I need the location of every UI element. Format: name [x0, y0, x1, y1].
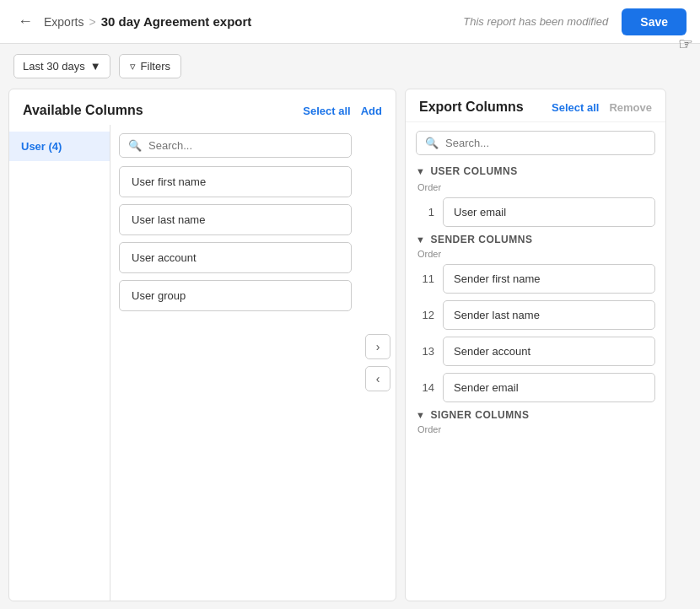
- top-bar: ← Exports > 30 day Agreement export This…: [0, 0, 700, 44]
- order-number-14: 14: [416, 381, 434, 394]
- available-item-user-first-name[interactable]: User first name: [119, 166, 352, 197]
- available-search-box[interactable]: 🔍: [119, 133, 352, 158]
- breadcrumb-separator: >: [89, 15, 95, 29]
- export-row-user-email: 1 User email: [416, 197, 655, 227]
- right-panel-body: 🔍 ▼ USER COLUMNS Order 1 User email ▼ SE…: [406, 122, 665, 601]
- right-panel-header: Export Columns Select all Remove: [406, 89, 665, 122]
- item-label: User email: [454, 206, 506, 218]
- user-columns-label: USER COLUMNS: [430, 165, 517, 177]
- save-button-wrapper: Save ☞: [622, 8, 687, 35]
- export-columns-panel: Export Columns Select all Remove 🔍 ▼ USE…: [405, 89, 666, 601]
- signer-columns-section-header[interactable]: ▼ SIGNER COLUMNS: [416, 409, 655, 421]
- available-item-user-account[interactable]: User account: [119, 242, 352, 273]
- item-label: User account: [132, 251, 197, 264]
- export-item-sender-last-name[interactable]: Sender last name: [443, 300, 655, 330]
- export-row-sender-first-name: 11 Sender first name: [416, 264, 655, 294]
- date-range-select[interactable]: Last 30 days ▼: [13, 54, 110, 78]
- item-label: Sender first name: [454, 272, 541, 285]
- item-label: User last name: [132, 213, 205, 226]
- export-search-box[interactable]: 🔍: [416, 131, 655, 155]
- signer-order-label: Order: [416, 424, 655, 434]
- remove-button[interactable]: Remove: [609, 101, 652, 114]
- modified-text: This report has been modified: [463, 15, 608, 28]
- order-number-13: 13: [416, 345, 434, 358]
- left-inner: User (4) 🔍 User first name User last nam…: [9, 125, 396, 601]
- available-item-user-group[interactable]: User group: [119, 280, 352, 311]
- available-item-user-last-name[interactable]: User last name: [119, 204, 352, 235]
- add-button[interactable]: Add: [361, 105, 382, 117]
- filter-bar: Last 30 days ▼ ▿ Filters: [0, 44, 700, 89]
- item-label: Sender account: [454, 345, 530, 358]
- sender-columns-label: SENDER COLUMNS: [430, 234, 532, 245]
- export-row-sender-email: 14 Sender email: [416, 373, 655, 402]
- export-search-icon: 🔍: [425, 137, 439, 149]
- order-number-11: 11: [416, 272, 434, 285]
- back-icon: ←: [18, 13, 33, 30]
- top-bar-left: ← Exports > 30 day Agreement export: [13, 10, 251, 34]
- main-content: Available Columns Select all Add User (4…: [0, 89, 700, 609]
- export-search-input[interactable]: [445, 137, 646, 149]
- sender-section-chevron: ▼: [416, 234, 425, 245]
- sender-columns-section-header[interactable]: ▼ SENDER COLUMNS: [416, 234, 655, 245]
- filters-label: Filters: [141, 60, 170, 73]
- user-columns-section-header[interactable]: ▼ USER COLUMNS: [416, 165, 655, 177]
- user-section-chevron: ▼: [416, 166, 425, 176]
- item-label: User group: [132, 289, 186, 302]
- date-range-label: Last 30 days: [23, 60, 85, 73]
- export-row-sender-last-name: 12 Sender last name: [416, 300, 655, 330]
- item-label: User first name: [132, 175, 206, 188]
- signer-columns-label: SIGNER COLUMNS: [430, 409, 529, 421]
- order-number-1: 1: [416, 206, 434, 218]
- search-icon: 🔍: [128, 139, 142, 152]
- available-search-input[interactable]: [148, 139, 342, 152]
- export-select-all-button[interactable]: Select all: [552, 101, 599, 114]
- save-button[interactable]: Save: [622, 8, 687, 35]
- top-bar-right: This report has been modified Save ☞: [463, 8, 687, 35]
- chevron-down-icon: ▼: [90, 60, 101, 73]
- filters-button[interactable]: ▿ Filters: [119, 54, 181, 78]
- panel-title: Available Columns: [23, 103, 143, 118]
- available-items: 🔍 User first name User last name User ac…: [110, 125, 360, 601]
- breadcrumb-current: 30 day Agreement export: [101, 14, 252, 29]
- panel-actions: Select all Add: [303, 105, 382, 117]
- move-right-button[interactable]: ›: [365, 334, 390, 359]
- category-item-user[interactable]: User (4): [9, 132, 110, 161]
- item-label: Sender last name: [454, 309, 540, 321]
- export-item-sender-email[interactable]: Sender email: [443, 373, 655, 402]
- arrow-buttons: › ‹: [360, 125, 396, 601]
- available-columns-panel: Available Columns Select all Add User (4…: [8, 89, 396, 601]
- select-all-button[interactable]: Select all: [303, 105, 350, 117]
- category-label: User (4): [21, 140, 62, 153]
- sender-order-label: Order: [416, 249, 655, 259]
- signer-section-chevron: ▼: [416, 410, 425, 420]
- right-panel-actions: Select all Remove: [552, 101, 652, 114]
- category-list: User (4): [9, 125, 110, 601]
- export-item-sender-account[interactable]: Sender account: [443, 337, 655, 366]
- export-title: Export Columns: [419, 100, 524, 115]
- breadcrumb-parent[interactable]: Exports: [44, 15, 83, 29]
- export-item-user-email[interactable]: User email: [443, 197, 655, 227]
- user-order-label: Order: [416, 182, 655, 192]
- item-label: Sender email: [454, 381, 519, 394]
- order-number-12: 12: [416, 309, 434, 321]
- breadcrumb: Exports > 30 day Agreement export: [44, 14, 251, 29]
- chevron-right-icon: ›: [376, 340, 380, 353]
- panel-header: Available Columns Select all Add: [9, 89, 396, 125]
- filter-icon: ▿: [130, 60, 136, 73]
- back-button[interactable]: ←: [13, 10, 37, 34]
- move-left-button[interactable]: ‹: [365, 366, 390, 391]
- export-row-sender-account: 13 Sender account: [416, 337, 655, 366]
- chevron-left-icon: ‹: [376, 372, 380, 385]
- export-item-sender-first-name[interactable]: Sender first name: [443, 264, 655, 294]
